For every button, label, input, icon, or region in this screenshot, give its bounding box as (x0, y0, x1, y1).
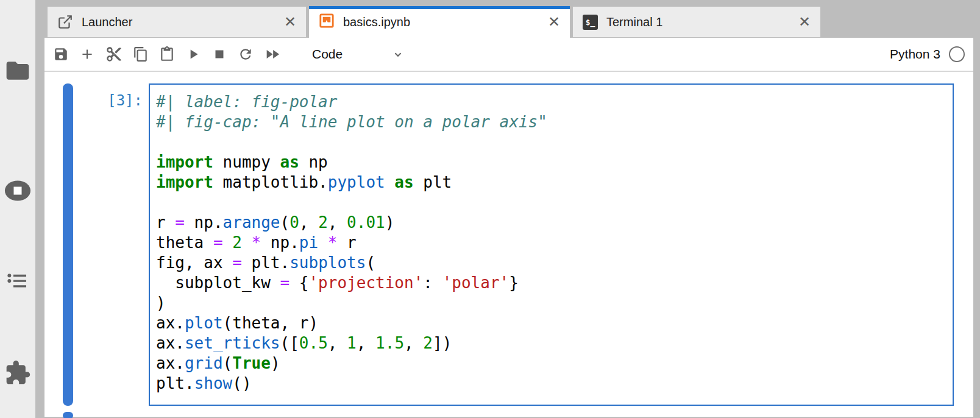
code-line: import matplotlib.pyplot as plt (156, 172, 948, 193)
kernel-status-icon (949, 46, 965, 62)
code-line: fig, ax = plt.subplots( (156, 253, 948, 273)
interrupt-kernel-button[interactable] (211, 46, 227, 62)
tab-launcher[interactable]: Launcher ✕ (47, 6, 307, 38)
table-of-contents-icon[interactable] (5, 268, 30, 294)
extension-manager-icon[interactable] (4, 360, 31, 386)
code-line: import numpy as np (156, 152, 948, 172)
launcher-icon (57, 14, 73, 30)
main-panel: Launcher ✕ basics.ipynb ✕ $_ Terminal 1 … (44, 0, 973, 418)
notebook-area: [3]: #| label: fig-polar#| fig-cap: "A l… (44, 72, 973, 417)
chevron-down-icon (391, 48, 405, 61)
running-kernels-icon[interactable] (4, 177, 32, 205)
tab-bar: Launcher ✕ basics.ipynb ✕ $_ Terminal 1 … (44, 0, 973, 38)
code-line: ax.set_rticks([0.5, 1, 1.5, 2]) (156, 333, 948, 353)
code-lines: #| label: fig-polar#| fig-cap: "A line p… (156, 92, 948, 394)
tab-notebook[interactable]: basics.ipynb ✕ (309, 6, 570, 38)
code-line: r = np.arange(0, 2, 0.01) (156, 213, 948, 233)
code-line: ax.grid(True) (156, 353, 948, 374)
code-line: #| label: fig-polar (156, 92, 948, 112)
close-icon[interactable]: ✕ (798, 15, 811, 29)
activity-sidebar (0, 0, 35, 418)
file-browser-icon[interactable] (4, 57, 31, 84)
restart-kernel-button[interactable] (238, 46, 254, 62)
code-cell: [3]: #| label: fig-polar#| fig-cap: "A l… (44, 72, 973, 406)
insert-cell-button[interactable] (79, 46, 95, 62)
next-cell-collapser[interactable] (63, 412, 73, 418)
code-line: subplot_kw = {'projection': 'polar'} (156, 273, 948, 293)
kernel-indicator[interactable]: Python 3 (890, 46, 965, 62)
code-line: ) (156, 293, 948, 313)
close-icon[interactable]: ✕ (548, 15, 560, 29)
tab-label: Launcher (82, 15, 284, 29)
code-line (156, 193, 948, 213)
copy-cell-button[interactable] (133, 46, 149, 62)
notebook-toolbar: Code Python 3 (44, 38, 973, 72)
tab-terminal[interactable]: $_ Terminal 1 ✕ (572, 6, 821, 38)
code-line (156, 132, 948, 152)
run-all-button[interactable] (264, 46, 281, 63)
notebook-icon (319, 13, 335, 32)
tab-label: basics.ipynb (343, 15, 548, 29)
execution-count-prompt: [3]: (73, 83, 149, 406)
paste-cell-button[interactable] (159, 46, 175, 62)
cut-cell-button[interactable] (105, 46, 122, 63)
kernel-name: Python 3 (890, 47, 940, 62)
save-button[interactable] (53, 46, 69, 62)
run-cell-button[interactable] (185, 46, 201, 62)
close-icon[interactable]: ✕ (284, 15, 296, 29)
terminal-icon: $_ (583, 15, 598, 30)
tab-label: Terminal 1 (606, 15, 798, 29)
code-editor[interactable]: #| label: fig-polar#| fig-cap: "A line p… (149, 83, 954, 406)
code-line: plt.show() (156, 374, 948, 394)
code-line: #| fig-cap: "A line plot on a polar axis… (156, 112, 948, 132)
cell-type-value: Code (312, 47, 343, 62)
code-line: theta = 2 * np.pi * r (156, 233, 948, 253)
cell-collapser[interactable] (63, 83, 73, 406)
cell-type-dropdown[interactable]: Code (312, 47, 405, 62)
code-line: ax.plot(theta, r) (156, 313, 948, 333)
